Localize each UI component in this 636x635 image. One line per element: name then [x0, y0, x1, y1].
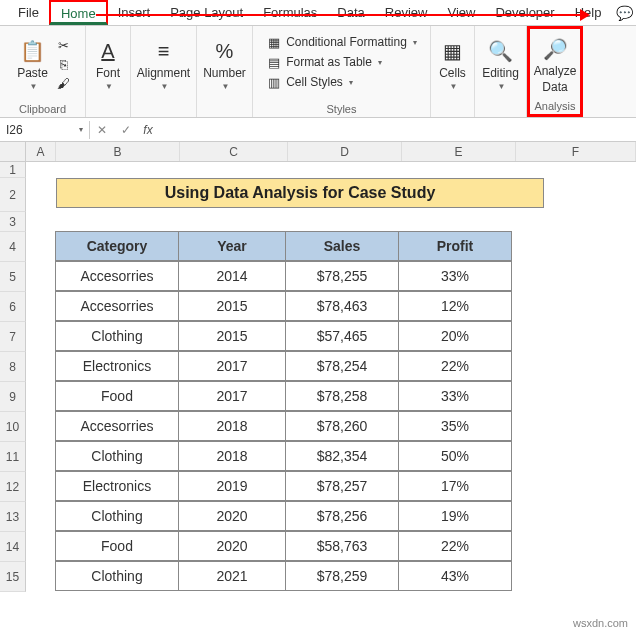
cell[interactable]: [26, 442, 56, 472]
cell[interactable]: [26, 292, 56, 322]
alignment-button[interactable]: ≡ Alignment ▼: [133, 36, 194, 93]
td-category[interactable]: Accesorries: [55, 411, 179, 441]
row-header[interactable]: 10: [0, 412, 26, 442]
row-header[interactable]: 2: [0, 178, 26, 212]
tab-data[interactable]: Data: [327, 1, 374, 24]
row-header[interactable]: 13: [0, 502, 26, 532]
td-year[interactable]: 2017: [178, 381, 286, 411]
cells-button[interactable]: ▦ Cells ▼: [435, 36, 470, 93]
td-category[interactable]: Clothing: [55, 441, 179, 471]
cell[interactable]: [26, 322, 56, 352]
td-profit[interactable]: 50%: [398, 441, 512, 471]
td-profit[interactable]: 33%: [398, 381, 512, 411]
format-as-table-button[interactable]: ▤ Format as Table▾: [266, 54, 382, 70]
td-year[interactable]: 2015: [178, 321, 286, 351]
number-button[interactable]: % Number ▼: [199, 36, 250, 93]
td-year[interactable]: 2014: [178, 261, 286, 291]
cell[interactable]: [26, 212, 56, 232]
td-category[interactable]: Electronics: [55, 471, 179, 501]
select-all-corner[interactable]: [0, 142, 26, 161]
cell[interactable]: [26, 232, 56, 262]
fx-icon[interactable]: fx: [138, 123, 158, 137]
td-year[interactable]: 2018: [178, 441, 286, 471]
td-sales[interactable]: $82,354: [285, 441, 399, 471]
td-profit[interactable]: 33%: [398, 261, 512, 291]
cell[interactable]: [26, 472, 56, 502]
row-header[interactable]: 12: [0, 472, 26, 502]
td-category[interactable]: Clothing: [55, 321, 179, 351]
td-sales[interactable]: $78,255: [285, 261, 399, 291]
cut-icon[interactable]: ✂: [56, 38, 72, 54]
th-profit[interactable]: Profit: [398, 231, 512, 261]
cell[interactable]: [26, 412, 56, 442]
td-profit[interactable]: 12%: [398, 291, 512, 321]
col-header-E[interactable]: E: [402, 142, 516, 161]
editing-button[interactable]: 🔍 Editing ▼: [478, 36, 523, 93]
td-profit[interactable]: 22%: [398, 351, 512, 381]
td-year[interactable]: 2019: [178, 471, 286, 501]
td-category[interactable]: Food: [55, 381, 179, 411]
td-sales[interactable]: $57,465: [285, 321, 399, 351]
td-category[interactable]: Accesorries: [55, 291, 179, 321]
td-sales[interactable]: $78,260: [285, 411, 399, 441]
td-profit[interactable]: 17%: [398, 471, 512, 501]
td-sales[interactable]: $78,463: [285, 291, 399, 321]
col-header-B[interactable]: B: [56, 142, 180, 161]
paste-button[interactable]: 📋 Paste ▼: [13, 36, 52, 93]
col-header-A[interactable]: A: [26, 142, 56, 161]
copy-icon[interactable]: ⎘: [56, 57, 72, 73]
cell[interactable]: [26, 162, 56, 178]
td-sales[interactable]: $58,763: [285, 531, 399, 561]
row-header[interactable]: 14: [0, 532, 26, 562]
cell[interactable]: [26, 262, 56, 292]
row-header[interactable]: 5: [0, 262, 26, 292]
td-sales[interactable]: $78,254: [285, 351, 399, 381]
td-profit[interactable]: 43%: [398, 561, 512, 591]
formula-input[interactable]: [158, 128, 636, 132]
tab-review[interactable]: Review: [375, 1, 438, 24]
comments-icon[interactable]: 💬: [612, 5, 636, 21]
col-header-D[interactable]: D: [288, 142, 402, 161]
th-year[interactable]: Year: [178, 231, 286, 261]
td-sales[interactable]: $78,256: [285, 501, 399, 531]
tab-home[interactable]: Home: [49, 0, 108, 25]
cell[interactable]: [26, 502, 56, 532]
cancel-icon[interactable]: ✕: [97, 123, 107, 137]
row-header[interactable]: 9: [0, 382, 26, 412]
td-profit[interactable]: 22%: [398, 531, 512, 561]
td-profit[interactable]: 19%: [398, 501, 512, 531]
format-painter-icon[interactable]: 🖌: [56, 76, 72, 92]
td-year[interactable]: 2015: [178, 291, 286, 321]
td-category[interactable]: Clothing: [55, 561, 179, 591]
row-header[interactable]: 8: [0, 352, 26, 382]
td-category[interactable]: Clothing: [55, 501, 179, 531]
row-header[interactable]: 6: [0, 292, 26, 322]
tab-insert[interactable]: Insert: [108, 1, 161, 24]
tab-pagelayout[interactable]: Page Layout: [160, 1, 253, 24]
cell[interactable]: [26, 352, 56, 382]
row-header[interactable]: 11: [0, 442, 26, 472]
td-category[interactable]: Electronics: [55, 351, 179, 381]
td-category[interactable]: Food: [55, 531, 179, 561]
td-sales[interactable]: $78,257: [285, 471, 399, 501]
td-category[interactable]: Accesorries: [55, 261, 179, 291]
td-year[interactable]: 2018: [178, 411, 286, 441]
td-year[interactable]: 2020: [178, 501, 286, 531]
td-profit[interactable]: 20%: [398, 321, 512, 351]
row-header[interactable]: 7: [0, 322, 26, 352]
td-year[interactable]: 2020: [178, 531, 286, 561]
tab-developer[interactable]: Developer: [485, 1, 564, 24]
td-sales[interactable]: $78,259: [285, 561, 399, 591]
td-profit[interactable]: 35%: [398, 411, 512, 441]
title-banner[interactable]: Using Data Analysis for Case Study: [56, 178, 544, 208]
cell[interactable]: [26, 178, 56, 212]
row-header[interactable]: 4: [0, 232, 26, 262]
cell[interactable]: [26, 382, 56, 412]
cell[interactable]: [26, 532, 56, 562]
enter-icon[interactable]: ✓: [121, 123, 131, 137]
tab-file[interactable]: File: [8, 1, 49, 24]
font-button[interactable]: A Font ▼: [91, 36, 125, 93]
tab-view[interactable]: View: [437, 1, 485, 24]
conditional-formatting-button[interactable]: ▦ Conditional Formatting▾: [266, 34, 417, 50]
row-header[interactable]: 15: [0, 562, 26, 592]
